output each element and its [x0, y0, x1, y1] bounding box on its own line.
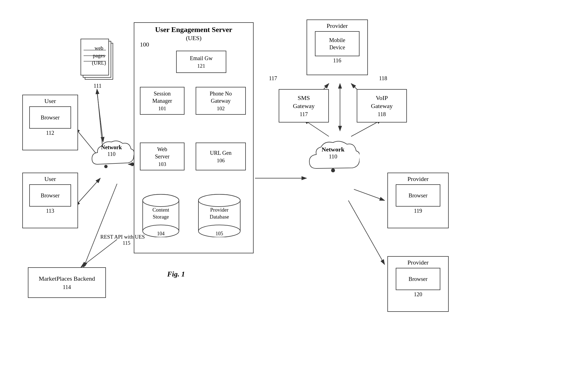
- provider-119-title: Provider: [390, 175, 446, 183]
- provider-db-number: 105: [196, 231, 243, 237]
- user-112-title: User: [25, 97, 75, 105]
- rest-api-label: REST API with UES: [100, 234, 145, 240]
- svg-line-9: [84, 184, 117, 267]
- user-113-outer: User Browser 113: [22, 173, 78, 228]
- phone-gw-number: 102: [217, 106, 225, 112]
- svg-point-34: [104, 165, 108, 168]
- user-113-inner: Browser: [29, 184, 71, 207]
- voip-gateway-label: VoIPGateway: [371, 94, 393, 110]
- diagram: User Engagement Server (UES) 100 Email G…: [0, 0, 561, 392]
- network-left-label: Network: [89, 144, 134, 151]
- network-cloud-left: Network 110: [89, 136, 134, 173]
- user-113-title: User: [25, 175, 75, 183]
- provider-120-number: 120: [390, 291, 446, 298]
- phone-gw-box: Phone NoGateway 102: [196, 87, 246, 115]
- ues-number: 100: [140, 41, 149, 48]
- url-gen-label: URL Gen: [210, 149, 232, 156]
- user-113-number: 113: [25, 208, 75, 214]
- svg-line-18: [348, 200, 385, 264]
- voip-gateway-number: 118: [378, 111, 386, 117]
- web-server-label: WebServer: [155, 146, 169, 160]
- provider-mobile-title: Provider: [309, 22, 365, 30]
- email-gw-number: 121: [197, 63, 205, 69]
- ues-subtitle: (UES): [134, 35, 253, 42]
- sms-gateway-box: SMSGateway 117: [279, 89, 329, 122]
- provider-120-outer: Provider Browser 120: [387, 256, 449, 312]
- marketplaces-label: MarketPlaces Backend: [39, 275, 95, 283]
- sms-gateway-number: 117: [300, 111, 308, 117]
- network-cloud-right: Network 110: [307, 136, 360, 178]
- user-112-browser-label: Browser: [41, 114, 60, 121]
- ref-115: 115: [123, 240, 130, 246]
- marketplaces-box: MarketPlaces Backend 114: [28, 267, 106, 298]
- session-manager-box: SessionManager 101: [140, 87, 184, 115]
- provider-db-label: ProviderDatabase: [196, 207, 243, 220]
- content-storage-label: ContentStorage: [140, 207, 182, 220]
- provider-120-inner: Browser: [396, 268, 440, 290]
- provider-119-inner: Browser: [396, 184, 440, 207]
- svg-point-27: [198, 194, 240, 207]
- webpages-number: 111: [78, 83, 117, 89]
- provider-mobile-number: 116: [309, 57, 365, 64]
- ref-118: 118: [379, 75, 387, 82]
- session-manager-label: SessionManager: [152, 90, 172, 104]
- user-113-browser-label: Browser: [41, 192, 60, 199]
- ref-117: 117: [269, 75, 277, 82]
- svg-point-35: [331, 168, 335, 172]
- svg-line-5: [75, 178, 100, 206]
- provider-mobile-inner: MobileDevice: [315, 31, 360, 56]
- user-112-outer: User Browser 112: [22, 95, 78, 150]
- webpages-label: webpages(URL): [81, 45, 117, 67]
- svg-point-23: [143, 194, 179, 207]
- provider-db-cylinder: ProviderDatabase 105: [196, 193, 243, 237]
- network-right-number: 110: [307, 153, 360, 160]
- provider-119-number: 119: [390, 208, 446, 214]
- user-112-number: 112: [25, 130, 75, 136]
- content-storage-cylinder: ContentStorage 104: [140, 193, 182, 237]
- fig-label: Fig. 1: [167, 270, 185, 278]
- ues-container: User Engagement Server (UES) 100 Email G…: [134, 22, 254, 253]
- session-manager-number: 101: [158, 106, 166, 112]
- network-left-number: 110: [89, 151, 134, 157]
- provider-119-browser-label: Browser: [409, 192, 428, 199]
- user-112-inner: Browser: [29, 106, 71, 129]
- provider-mobile-outer: Provider MobileDevice 116: [307, 19, 368, 75]
- url-gen-box: URL Gen 106: [196, 143, 246, 170]
- provider-mobile-label: MobileDevice: [329, 36, 345, 51]
- svg-line-19: [81, 239, 117, 267]
- sms-gateway-label: SMSGateway: [293, 94, 315, 110]
- provider-120-title: Provider: [390, 259, 446, 266]
- email-gw-label: Email Gw: [190, 55, 213, 62]
- marketplaces-number: 114: [63, 284, 71, 290]
- email-gw-box: Email Gw 121: [176, 51, 226, 73]
- web-server-number: 103: [158, 161, 166, 167]
- content-storage-number: 104: [140, 231, 182, 237]
- webpages-stack: webpages(URL) 111: [78, 36, 117, 89]
- voip-gateway-box: VoIPGateway 118: [357, 89, 407, 122]
- provider-119-outer: Provider Browser 119: [387, 173, 449, 228]
- web-server-box: WebServer 103: [140, 143, 184, 170]
- phone-gw-label: Phone NoGateway: [210, 90, 232, 104]
- svg-line-17: [354, 189, 385, 200]
- ues-title: User Engagement Server: [134, 26, 253, 34]
- url-gen-number: 106: [217, 158, 225, 164]
- svg-line-7: [97, 92, 103, 142]
- provider-120-browser-label: Browser: [409, 275, 428, 283]
- network-right-label: Network: [307, 146, 360, 153]
